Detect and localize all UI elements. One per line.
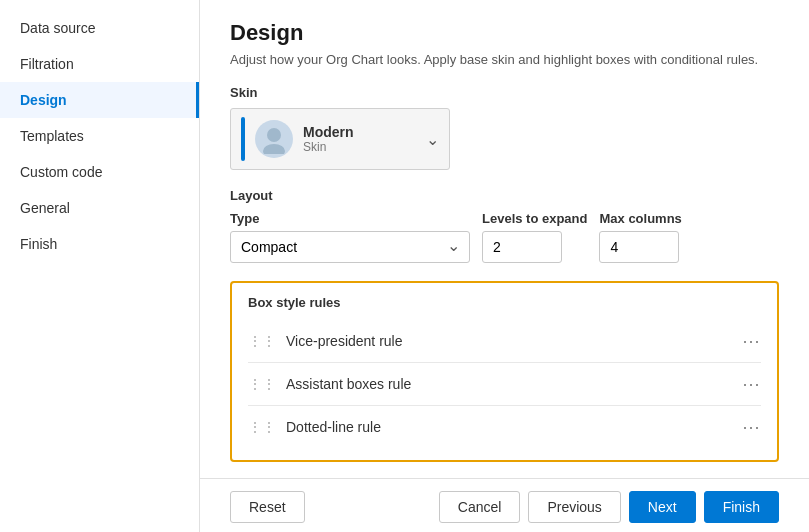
rule-name: Dotted-line rule (286, 419, 742, 435)
more-options-icon[interactable]: ⋯ (742, 416, 761, 438)
sidebar-item-design[interactable]: Design (0, 82, 199, 118)
sidebar-item-label: Filtration (20, 56, 74, 72)
type-field: Type Compact Classic Tree Grid (230, 211, 470, 263)
chevron-down-icon: ⌄ (426, 130, 439, 149)
next-button[interactable]: Next (629, 491, 696, 523)
reset-button[interactable]: Reset (230, 491, 305, 523)
drag-icon: ⋮⋮ (248, 419, 276, 435)
previous-button[interactable]: Previous (528, 491, 620, 523)
skin-info: Modern Skin (303, 124, 418, 154)
sidebar-item-custom-code[interactable]: Custom code (0, 154, 199, 190)
svg-point-1 (263, 144, 285, 154)
skin-type: Skin (303, 140, 418, 154)
avatar (255, 120, 293, 158)
footer: Reset Cancel Previous Next Finish (200, 478, 809, 532)
cancel-button[interactable]: Cancel (439, 491, 521, 523)
type-select-wrapper: Compact Classic Tree Grid (230, 231, 470, 263)
more-options-icon[interactable]: ⋯ (742, 330, 761, 352)
levels-field: Levels to expand (482, 211, 587, 263)
rule-vp: ⋮⋮ Vice-president rule ⋯ (248, 320, 761, 363)
type-label: Type (230, 211, 470, 226)
sidebar-item-finish[interactable]: Finish (0, 226, 199, 262)
rule-name: Vice-president rule (286, 333, 742, 349)
main-content: Design Adjust how your Org Chart looks. … (200, 0, 809, 532)
box-rules-title: Box style rules (248, 295, 761, 310)
svg-point-0 (267, 128, 281, 142)
skin-accent-bar (241, 117, 245, 161)
footer-right: Cancel Previous Next Finish (439, 491, 779, 523)
skin-section-label: Skin (230, 85, 779, 100)
sidebar: Data source Filtration Design Templates … (0, 0, 200, 532)
sidebar-item-label: Data source (20, 20, 95, 36)
more-options-icon[interactable]: ⋯ (742, 373, 761, 395)
sidebar-item-general[interactable]: General (0, 190, 199, 226)
rule-name: Assistant boxes rule (286, 376, 742, 392)
layout-section-label: Layout (230, 188, 779, 203)
sidebar-item-label: Templates (20, 128, 84, 144)
layout-grid: Type Compact Classic Tree Grid Levels to… (230, 211, 779, 263)
max-columns-field: Max columns (599, 211, 681, 263)
skin-selector[interactable]: Modern Skin ⌄ (230, 108, 450, 170)
levels-label: Levels to expand (482, 211, 587, 226)
sidebar-item-templates[interactable]: Templates (0, 118, 199, 154)
finish-button[interactable]: Finish (704, 491, 779, 523)
rule-assistant: ⋮⋮ Assistant boxes rule ⋯ (248, 363, 761, 406)
max-columns-label: Max columns (599, 211, 681, 226)
footer-left: Reset (230, 491, 439, 523)
sidebar-item-filtration[interactable]: Filtration (0, 46, 199, 82)
sidebar-item-label: General (20, 200, 70, 216)
skin-name: Modern (303, 124, 418, 140)
sidebar-item-label: Custom code (20, 164, 102, 180)
drag-icon: ⋮⋮ (248, 376, 276, 392)
max-columns-input[interactable] (599, 231, 679, 263)
main-panel: Design Adjust how your Org Chart looks. … (200, 0, 809, 532)
page-description: Adjust how your Org Chart looks. Apply b… (230, 52, 779, 67)
sidebar-item-data-source[interactable]: Data source (0, 10, 199, 46)
type-select[interactable]: Compact Classic Tree Grid (230, 231, 470, 263)
drag-icon: ⋮⋮ (248, 333, 276, 349)
sidebar-item-label: Finish (20, 236, 57, 252)
levels-input[interactable] (482, 231, 562, 263)
page-title: Design (230, 20, 779, 46)
rule-dotted: ⋮⋮ Dotted-line rule ⋯ (248, 406, 761, 448)
box-rules-container: Box style rules ⋮⋮ Vice-president rule ⋯… (230, 281, 779, 462)
sidebar-item-label: Design (20, 92, 67, 108)
